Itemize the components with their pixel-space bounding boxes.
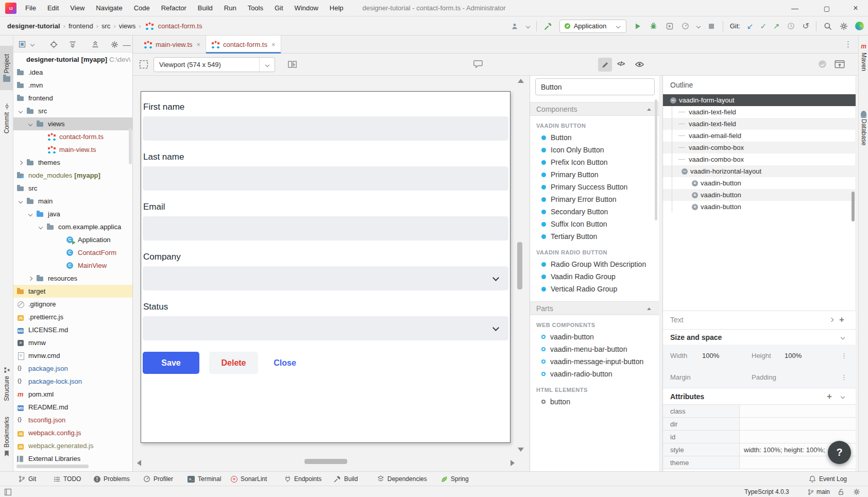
code-mode-button[interactable]: </> (617, 60, 624, 67)
menu-item[interactable]: Git (269, 0, 289, 16)
menu-item[interactable]: Tools (242, 0, 269, 16)
tool-window-git[interactable]: Git (19, 472, 36, 486)
chevron-down-icon[interactable] (841, 394, 845, 398)
tree-row[interactable]: src (13, 182, 133, 195)
tool-window-profiler[interactable]: Profiler (143, 472, 173, 486)
run-configuration-select[interactable]: Application (559, 20, 626, 33)
form-field-group[interactable]: Email (143, 202, 508, 241)
tree-row[interactable]: mvnw.cmd (13, 349, 133, 362)
tree-chevron-icon[interactable] (26, 122, 35, 127)
minimize-button[interactable]: — (785, 0, 805, 16)
tool-tab-commit[interactable]: Commit (0, 96, 13, 141)
collapse-all-icon[interactable] (91, 40, 99, 48)
tree-row[interactable]: .gitignore (13, 298, 133, 311)
tree-row[interactable]: Application (13, 233, 133, 246)
add-icon[interactable]: + (839, 315, 844, 325)
outline-row[interactable]: vaadin-button (663, 189, 856, 201)
tab-close-icon[interactable]: × (271, 41, 276, 48)
attributes-section-header[interactable]: Attributes + (663, 388, 856, 404)
design-canvas[interactable]: First name Last name Email Compa (141, 91, 510, 443)
more-options-icon[interactable]: ⋮ (841, 373, 847, 381)
palette-row[interactable]: Parts (530, 301, 659, 315)
menu-item[interactable]: Window (289, 0, 324, 16)
menu-item[interactable]: Edit (42, 0, 64, 16)
tree-row[interactable]: main-view.ts (13, 143, 133, 156)
palette-row[interactable]: vaadin-menu-bar-button (530, 343, 659, 355)
tab-contact-form[interactable]: contact-form.ts × (206, 36, 281, 54)
tree-chevron-icon[interactable] (16, 199, 25, 204)
tree-chevron-icon[interactable] (36, 225, 45, 230)
menu-item[interactable]: File (20, 0, 42, 16)
width-value[interactable]: 100% (702, 352, 752, 359)
palette-row[interactable]: vaadin-message-input-button (530, 355, 659, 368)
typescript-version-status[interactable]: TypeScript 4.0.3 (744, 486, 789, 497)
select-opened-file-icon[interactable] (18, 40, 26, 48)
git-history-icon[interactable] (787, 22, 796, 31)
plugin-swirl-icon[interactable] (855, 22, 864, 30)
outline-badge-icon[interactable] (678, 159, 685, 160)
tree-row[interactable]: resources (13, 272, 133, 285)
rollback-button[interactable]: ↺ (803, 22, 809, 30)
comment-bubble-icon[interactable] (473, 60, 483, 68)
menu-item[interactable]: Refactor (156, 0, 192, 16)
tree-row[interactable]: README.md (13, 401, 133, 414)
menu-item[interactable]: Build (192, 0, 218, 16)
outline-row[interactable]: vaadin-form-layout (663, 94, 856, 106)
edit-mode-button[interactable] (598, 58, 612, 72)
settings-gear-icon[interactable] (839, 22, 848, 31)
open-in-browser-icon[interactable] (835, 60, 845, 68)
tree-row[interactable]: target (13, 285, 133, 298)
viewport-select[interactable]: Viewport (574 x 549) (154, 57, 275, 72)
outline-row[interactable]: vaadin-button (663, 201, 856, 213)
tool-window-build[interactable]: Build (334, 472, 358, 486)
tree-row[interactable]: package.json (13, 362, 133, 375)
palette-row[interactable]: Primary Success Button (530, 181, 659, 193)
breadcrumb-project[interactable]: designer-tutorial (7, 22, 60, 30)
breadcrumb-src[interactable]: src (101, 22, 110, 30)
palette-row[interactable]: Prefix Icon Button (530, 156, 659, 168)
palette-row[interactable]: VAADIN BUTTON (530, 120, 659, 131)
tree-row[interactable]: package-lock.json (13, 375, 133, 388)
outline-badge-icon[interactable] (670, 97, 676, 104)
debug-button[interactable] (649, 22, 658, 31)
tree-row[interactable]: pom.xml (13, 388, 133, 401)
tool-tab-bookmarks[interactable]: Bookmarks (0, 409, 13, 464)
tree-row[interactable]: ContactForm (13, 246, 133, 259)
palette-row[interactable]: Tertiary Button (530, 230, 659, 243)
palette-row[interactable]: HTML ELEMENTS (530, 384, 659, 396)
git-commit-button[interactable]: ✓ (760, 22, 767, 30)
tool-window-spring[interactable]: Spring (441, 472, 469, 486)
tree-row[interactable]: com.example.applica (13, 220, 133, 233)
tree-chevron-icon[interactable] (16, 160, 25, 165)
tree-chevron-icon[interactable] (26, 276, 35, 281)
outline-row[interactable]: vaadin-horizontal-layout (663, 165, 856, 177)
attribute-value[interactable] (740, 405, 856, 417)
tool-window-endpoints[interactable]: Endpoints (284, 472, 321, 486)
unlock-icon[interactable] (838, 486, 844, 497)
git-push-button[interactable]: ↗ (773, 22, 780, 30)
palette-search-input[interactable] (535, 78, 655, 95)
chevron-down-icon[interactable] (841, 335, 845, 339)
tree-row[interactable]: MainView (13, 259, 133, 272)
outline-badge-icon[interactable] (678, 135, 685, 136)
palette-row[interactable]: vaadin-radio-button (530, 368, 659, 380)
close-button[interactable]: × (845, 0, 866, 16)
palette-row[interactable]: Components (530, 102, 659, 116)
project-hscrollbar[interactable] (16, 465, 89, 468)
form-field-input[interactable] (143, 216, 508, 241)
form-button[interactable]: Delete (209, 352, 258, 374)
form-field-group[interactable]: Company (143, 252, 508, 290)
tool-window-dependencies[interactable]: Dependencies (377, 472, 427, 486)
form-field-input[interactable] (143, 166, 508, 191)
breadcrumb-frontend[interactable]: frontend (69, 22, 93, 30)
maximize-button[interactable]: ▢ (816, 0, 837, 16)
run-button[interactable] (633, 22, 642, 31)
search-everywhere-icon[interactable] (823, 22, 832, 31)
tool-window-problems[interactable]: ! Problems (94, 472, 130, 486)
tree-row[interactable]: mvnw (13, 336, 133, 349)
outline-row[interactable]: vaadin-text-field (663, 106, 856, 118)
palette-row[interactable]: WEB COMPONENTS (530, 319, 659, 331)
tree-row[interactable]: views (13, 117, 133, 130)
tree-row[interactable]: webpack.generated.js (13, 439, 133, 452)
palette-row[interactable]: Secondary Button (530, 205, 659, 218)
